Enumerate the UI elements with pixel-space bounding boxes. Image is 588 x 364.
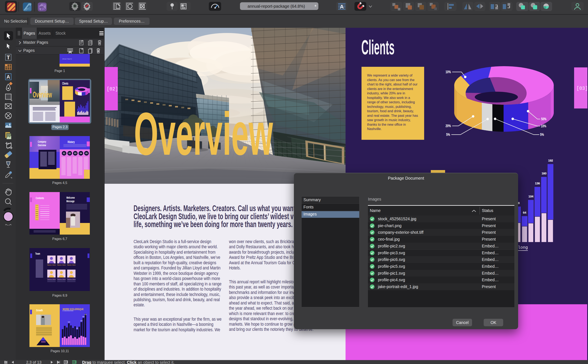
svg-text:166: 166 — [82, 316, 85, 317]
svg-text:Name Here: Name Here — [57, 264, 66, 266]
svg-text:A: A — [340, 4, 344, 10]
svg-text:104: 104 — [68, 321, 70, 323]
svg-text:*: * — [314, 4, 317, 10]
svg-text:88: 88 — [76, 327, 78, 329]
svg-text:T: T — [7, 54, 10, 61]
svg-text:A: A — [6, 74, 10, 80]
svg-text:Name Here: Name Here — [67, 264, 76, 266]
svg-text:02: 02 — [68, 152, 71, 155]
svg-text:Overview: Overview — [134, 100, 273, 168]
svg-text:192: 192 — [84, 314, 87, 315]
svg-text:Name Here: Name Here — [47, 264, 56, 266]
svg-text:[02]: [02] — [107, 86, 118, 92]
svg-text:04: 04 — [80, 152, 82, 155]
svg-text:annual-report-package (64.8%): annual-report-package (64.8%) — [248, 4, 305, 8]
svg-text:05: 05 — [85, 152, 88, 155]
svg-text:03: 03 — [74, 152, 77, 155]
svg-text:01: 01 — [63, 152, 65, 155]
svg-text:136: 136 — [80, 320, 83, 321]
